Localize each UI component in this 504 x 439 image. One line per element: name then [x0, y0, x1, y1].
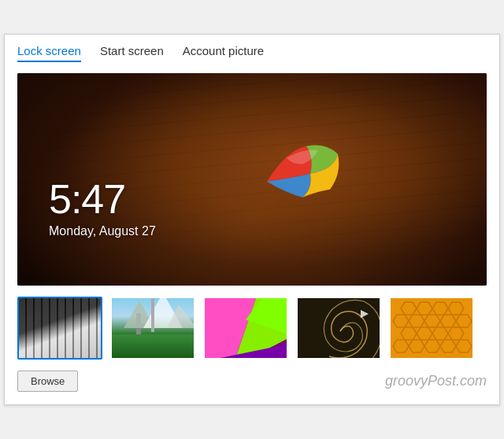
windows-logo	[243, 135, 346, 216]
thumbnail-honeycomb[interactable]	[389, 297, 474, 360]
tab-bar: Lock screen Start screen Account picture	[17, 44, 487, 62]
svg-rect-3	[151, 297, 154, 316]
thumbnail-spiral-image	[298, 298, 380, 358]
tab-account-picture[interactable]: Account picture	[183, 44, 264, 62]
watermark: groovyPost.com	[385, 373, 487, 389]
tab-lock-screen[interactable]: Lock screen	[17, 44, 81, 62]
clock-time: 5:47	[49, 175, 156, 223]
tab-start-screen[interactable]: Start screen	[100, 44, 164, 62]
thumbnail-spiral[interactable]	[296, 297, 381, 360]
thumbnail-piano[interactable]	[17, 297, 102, 360]
settings-panel: Lock screen Start screen Account picture	[4, 34, 500, 405]
svg-rect-6	[151, 316, 154, 332]
lock-screen-preview: 5:47 Monday, August 27	[17, 73, 487, 286]
clock-display: 5:47 Monday, August 27	[49, 175, 156, 238]
thumbnail-abstract-image	[205, 298, 287, 358]
thumbnail-piano-image	[19, 298, 101, 358]
browse-row: Browse groovyPost.com	[17, 371, 487, 392]
browse-button[interactable]: Browse	[17, 371, 78, 392]
thumbnail-seattle[interactable]	[110, 297, 195, 360]
thumbnail-list	[17, 297, 487, 360]
thumbnail-abstract[interactable]	[203, 297, 288, 360]
clock-date: Monday, August 27	[49, 224, 156, 238]
thumbnail-honeycomb-image	[391, 298, 472, 358]
svg-point-4	[145, 297, 161, 298]
thumbnail-seattle-image	[112, 298, 194, 358]
